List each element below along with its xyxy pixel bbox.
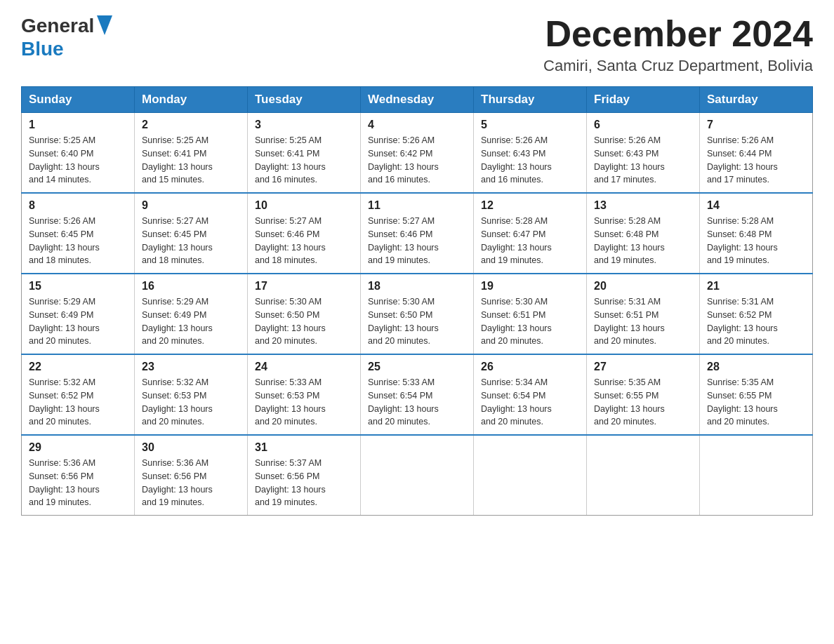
calendar-cell: 2Sunrise: 5:25 AMSunset: 6:41 PMDaylight… (135, 113, 248, 194)
calendar-cell: 24Sunrise: 5:33 AMSunset: 6:53 PMDayligh… (248, 354, 361, 435)
day-info: Sunrise: 5:26 AMSunset: 6:43 PMDaylight:… (481, 134, 579, 187)
calendar-cell: 17Sunrise: 5:30 AMSunset: 6:50 PMDayligh… (248, 274, 361, 354)
day-number: 29 (29, 441, 127, 454)
day-number: 3 (255, 119, 353, 131)
calendar-cell: 5Sunrise: 5:26 AMSunset: 6:43 PMDaylight… (474, 113, 587, 194)
calendar-cell (700, 435, 813, 516)
weekday-header-row: SundayMondayTuesdayWednesdayThursdayFrid… (22, 87, 813, 113)
day-info: Sunrise: 5:26 AMSunset: 6:45 PMDaylight:… (29, 215, 127, 267)
day-number: 16 (142, 280, 240, 293)
day-info: Sunrise: 5:27 AMSunset: 6:45 PMDaylight:… (142, 215, 240, 267)
calendar-cell: 3Sunrise: 5:25 AMSunset: 6:41 PMDaylight… (248, 113, 361, 194)
calendar-cell: 9Sunrise: 5:27 AMSunset: 6:45 PMDaylight… (135, 193, 248, 274)
day-info: Sunrise: 5:35 AMSunset: 6:55 PMDaylight:… (594, 376, 692, 429)
weekday-header-saturday: Saturday (700, 87, 813, 113)
day-info: Sunrise: 5:25 AMSunset: 6:40 PMDaylight:… (29, 134, 127, 187)
day-info: Sunrise: 5:27 AMSunset: 6:46 PMDaylight:… (255, 215, 353, 267)
day-number: 10 (255, 199, 353, 212)
day-number: 28 (707, 361, 805, 373)
day-number: 22 (29, 361, 127, 373)
calendar-week-row: 8Sunrise: 5:26 AMSunset: 6:45 PMDaylight… (22, 193, 813, 274)
day-info: Sunrise: 5:36 AMSunset: 6:56 PMDaylight:… (29, 457, 127, 509)
day-info: Sunrise: 5:35 AMSunset: 6:55 PMDaylight:… (707, 376, 805, 429)
calendar-cell: 18Sunrise: 5:30 AMSunset: 6:50 PMDayligh… (361, 274, 474, 354)
calendar-cell: 22Sunrise: 5:32 AMSunset: 6:52 PMDayligh… (22, 354, 135, 435)
calendar-cell: 27Sunrise: 5:35 AMSunset: 6:55 PMDayligh… (587, 354, 700, 435)
day-number: 27 (594, 361, 692, 373)
calendar-cell: 26Sunrise: 5:34 AMSunset: 6:54 PMDayligh… (474, 354, 587, 435)
day-info: Sunrise: 5:30 AMSunset: 6:51 PMDaylight:… (481, 295, 579, 348)
calendar-cell: 11Sunrise: 5:27 AMSunset: 6:46 PMDayligh… (361, 193, 474, 274)
day-number: 17 (255, 280, 353, 293)
calendar-cell: 21Sunrise: 5:31 AMSunset: 6:52 PMDayligh… (700, 274, 813, 354)
calendar-cell: 13Sunrise: 5:28 AMSunset: 6:48 PMDayligh… (587, 193, 700, 274)
calendar-cell: 4Sunrise: 5:26 AMSunset: 6:42 PMDaylight… (361, 113, 474, 194)
day-info: Sunrise: 5:37 AMSunset: 6:56 PMDaylight:… (255, 457, 353, 509)
calendar-cell: 12Sunrise: 5:28 AMSunset: 6:47 PMDayligh… (474, 193, 587, 274)
location-subtitle: Camiri, Santa Cruz Department, Bolivia (543, 57, 813, 75)
day-info: Sunrise: 5:31 AMSunset: 6:52 PMDaylight:… (707, 295, 805, 348)
calendar-cell: 20Sunrise: 5:31 AMSunset: 6:51 PMDayligh… (587, 274, 700, 354)
day-info: Sunrise: 5:33 AMSunset: 6:53 PMDaylight:… (255, 376, 353, 429)
day-number: 18 (368, 280, 466, 293)
day-number: 24 (255, 361, 353, 373)
day-info: Sunrise: 5:34 AMSunset: 6:54 PMDaylight:… (481, 376, 579, 429)
calendar-cell: 30Sunrise: 5:36 AMSunset: 6:56 PMDayligh… (135, 435, 248, 516)
day-info: Sunrise: 5:28 AMSunset: 6:48 PMDaylight:… (594, 215, 692, 267)
day-info: Sunrise: 5:28 AMSunset: 6:47 PMDaylight:… (481, 215, 579, 267)
day-number: 30 (142, 441, 240, 454)
weekday-header-wednesday: Wednesday (361, 87, 474, 113)
day-number: 1 (29, 119, 127, 131)
day-number: 25 (368, 361, 466, 373)
day-number: 2 (142, 119, 240, 131)
day-info: Sunrise: 5:30 AMSunset: 6:50 PMDaylight:… (255, 295, 353, 348)
calendar-week-row: 29Sunrise: 5:36 AMSunset: 6:56 PMDayligh… (22, 435, 813, 516)
calendar-cell: 6Sunrise: 5:26 AMSunset: 6:43 PMDaylight… (587, 113, 700, 194)
day-number: 6 (594, 119, 692, 131)
calendar-week-row: 15Sunrise: 5:29 AMSunset: 6:49 PMDayligh… (22, 274, 813, 354)
calendar-week-row: 22Sunrise: 5:32 AMSunset: 6:52 PMDayligh… (22, 354, 813, 435)
day-info: Sunrise: 5:28 AMSunset: 6:48 PMDaylight:… (707, 215, 805, 267)
day-number: 9 (142, 199, 240, 212)
day-number: 31 (255, 441, 353, 454)
day-number: 5 (481, 119, 579, 131)
weekday-header-friday: Friday (587, 87, 700, 113)
svg-marker-0 (97, 15, 112, 35)
logo-general: General (21, 15, 94, 37)
day-number: 21 (707, 280, 805, 293)
calendar-cell: 19Sunrise: 5:30 AMSunset: 6:51 PMDayligh… (474, 274, 587, 354)
day-info: Sunrise: 5:30 AMSunset: 6:50 PMDaylight:… (368, 295, 466, 348)
day-info: Sunrise: 5:26 AMSunset: 6:42 PMDaylight:… (368, 134, 466, 187)
day-info: Sunrise: 5:32 AMSunset: 6:52 PMDaylight:… (29, 376, 127, 429)
page-header: General Blue December 2024 Camiri, Santa… (21, 14, 813, 75)
calendar-cell: 8Sunrise: 5:26 AMSunset: 6:45 PMDaylight… (22, 193, 135, 274)
logo-icon (95, 14, 112, 38)
day-number: 19 (481, 280, 579, 293)
day-info: Sunrise: 5:29 AMSunset: 6:49 PMDaylight:… (142, 295, 240, 348)
calendar-cell: 25Sunrise: 5:33 AMSunset: 6:54 PMDayligh… (361, 354, 474, 435)
day-info: Sunrise: 5:31 AMSunset: 6:51 PMDaylight:… (594, 295, 692, 348)
calendar-cell: 14Sunrise: 5:28 AMSunset: 6:48 PMDayligh… (700, 193, 813, 274)
calendar-cell: 28Sunrise: 5:35 AMSunset: 6:55 PMDayligh… (700, 354, 813, 435)
day-number: 20 (594, 280, 692, 293)
logo: General Blue (21, 14, 112, 60)
day-number: 11 (368, 199, 466, 212)
calendar-cell (474, 435, 587, 516)
day-number: 26 (481, 361, 579, 373)
month-title: December 2024 (543, 14, 813, 54)
day-info: Sunrise: 5:26 AMSunset: 6:44 PMDaylight:… (707, 134, 805, 187)
calendar-cell: 7Sunrise: 5:26 AMSunset: 6:44 PMDaylight… (700, 113, 813, 194)
header-title-block: December 2024 Camiri, Santa Cruz Departm… (543, 14, 813, 75)
calendar-cell: 1Sunrise: 5:25 AMSunset: 6:40 PMDaylight… (22, 113, 135, 194)
logo-blue: Blue (21, 38, 64, 60)
weekday-header-sunday: Sunday (22, 87, 135, 113)
day-info: Sunrise: 5:27 AMSunset: 6:46 PMDaylight:… (368, 215, 466, 267)
day-number: 15 (29, 280, 127, 293)
day-number: 12 (481, 199, 579, 212)
weekday-header-tuesday: Tuesday (248, 87, 361, 113)
day-info: Sunrise: 5:32 AMSunset: 6:53 PMDaylight:… (142, 376, 240, 429)
calendar-cell: 16Sunrise: 5:29 AMSunset: 6:49 PMDayligh… (135, 274, 248, 354)
day-info: Sunrise: 5:29 AMSunset: 6:49 PMDaylight:… (29, 295, 127, 348)
calendar-cell: 10Sunrise: 5:27 AMSunset: 6:46 PMDayligh… (248, 193, 361, 274)
day-number: 4 (368, 119, 466, 131)
